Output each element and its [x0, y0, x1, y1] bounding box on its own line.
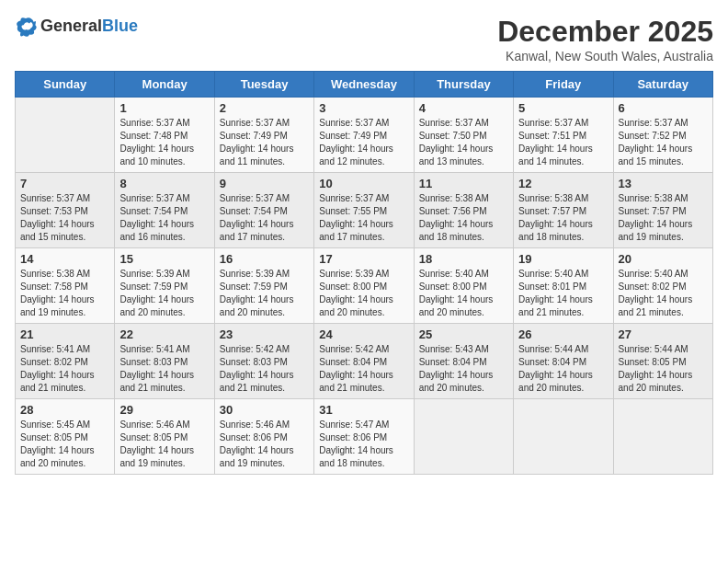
day-info: Sunrise: 5:44 AMSunset: 8:05 PMDaylight:…: [619, 343, 708, 395]
calendar-cell: 24Sunrise: 5:42 AMSunset: 8:04 PMDayligh…: [314, 324, 414, 399]
calendar-cell: 12Sunrise: 5:38 AMSunset: 7:57 PMDayligh…: [514, 173, 613, 248]
day-info: Sunrise: 5:37 AMSunset: 7:49 PMDaylight:…: [220, 117, 309, 168]
day-number: 9: [220, 177, 309, 190]
day-number: 29: [119, 403, 209, 417]
calendar-cell: [16, 98, 115, 173]
day-info: Sunrise: 5:46 AMSunset: 8:05 PMDaylight:…: [119, 419, 209, 470]
day-number: 16: [220, 252, 309, 266]
day-number: 13: [619, 177, 708, 190]
day-info: Sunrise: 5:43 AMSunset: 8:04 PMDaylight:…: [419, 343, 508, 395]
week-row-3: 14Sunrise: 5:38 AMSunset: 7:58 PMDayligh…: [16, 248, 713, 324]
day-info: Sunrise: 5:41 AMSunset: 8:03 PMDaylight:…: [119, 343, 209, 395]
header-thursday: Thursday: [414, 72, 513, 98]
day-info: Sunrise: 5:37 AMSunset: 7:48 PMDaylight:…: [119, 117, 209, 168]
calendar-cell: 8Sunrise: 5:37 AMSunset: 7:54 PMDaylight…: [115, 173, 214, 248]
day-number: 24: [319, 327, 408, 341]
calendar-cell: [414, 399, 513, 475]
day-info: Sunrise: 5:41 AMSunset: 8:02 PMDaylight:…: [20, 343, 109, 395]
calendar-cell: 18Sunrise: 5:40 AMSunset: 8:00 PMDayligh…: [414, 248, 513, 324]
logo: GeneralBlue: [15, 15, 138, 37]
day-number: 12: [518, 177, 608, 190]
week-row-4: 21Sunrise: 5:41 AMSunset: 8:02 PMDayligh…: [16, 324, 713, 399]
day-number: 18: [419, 252, 508, 266]
week-row-1: 1Sunrise: 5:37 AMSunset: 7:48 PMDaylight…: [16, 98, 713, 173]
logo-general: General: [40, 17, 102, 35]
header-saturday: Saturday: [613, 72, 712, 98]
calendar-cell: 22Sunrise: 5:41 AMSunset: 8:03 PMDayligh…: [115, 324, 214, 399]
day-info: Sunrise: 5:37 AMSunset: 7:55 PMDaylight:…: [319, 192, 408, 244]
day-number: 6: [619, 101, 708, 115]
calendar-cell: 25Sunrise: 5:43 AMSunset: 8:04 PMDayligh…: [414, 324, 513, 399]
day-info: Sunrise: 5:37 AMSunset: 7:54 PMDaylight:…: [119, 192, 209, 244]
title-block: December 2025 Kanwal, New South Wales, A…: [497, 15, 713, 63]
day-info: Sunrise: 5:46 AMSunset: 8:06 PMDaylight:…: [220, 419, 309, 470]
day-info: Sunrise: 5:38 AMSunset: 7:57 PMDaylight:…: [518, 192, 608, 244]
logo-icon: [15, 15, 37, 37]
calendar-body: 1Sunrise: 5:37 AMSunset: 7:48 PMDaylight…: [16, 98, 713, 475]
header-sunday: Sunday: [16, 72, 115, 98]
calendar-cell: 13Sunrise: 5:38 AMSunset: 7:57 PMDayligh…: [613, 173, 712, 248]
day-number: 26: [518, 327, 608, 341]
day-info: Sunrise: 5:39 AMSunset: 7:59 PMDaylight:…: [119, 268, 209, 319]
day-number: 4: [419, 101, 508, 115]
day-info: Sunrise: 5:42 AMSunset: 8:04 PMDaylight:…: [319, 343, 408, 395]
day-info: Sunrise: 5:40 AMSunset: 8:01 PMDaylight:…: [518, 268, 608, 319]
day-number: 31: [319, 403, 408, 417]
day-info: Sunrise: 5:47 AMSunset: 8:06 PMDaylight:…: [319, 419, 408, 470]
calendar-cell: 11Sunrise: 5:38 AMSunset: 7:56 PMDayligh…: [414, 173, 513, 248]
calendar-table: SundayMondayTuesdayWednesdayThursdayFrid…: [15, 71, 713, 475]
logo-blue: Blue: [102, 17, 138, 35]
calendar-cell: 10Sunrise: 5:37 AMSunset: 7:55 PMDayligh…: [314, 173, 414, 248]
calendar-cell: 27Sunrise: 5:44 AMSunset: 8:05 PMDayligh…: [613, 324, 712, 399]
header-tuesday: Tuesday: [214, 72, 313, 98]
day-number: 3: [319, 101, 408, 115]
calendar-cell: 30Sunrise: 5:46 AMSunset: 8:06 PMDayligh…: [214, 399, 313, 475]
day-number: 15: [119, 252, 209, 266]
location-title: Kanwal, New South Wales, Australia: [497, 49, 713, 63]
day-info: Sunrise: 5:37 AMSunset: 7:54 PMDaylight:…: [220, 192, 309, 244]
calendar-header: SundayMondayTuesdayWednesdayThursdayFrid…: [16, 72, 713, 98]
logo-text: GeneralBlue: [40, 17, 138, 36]
calendar-cell: 9Sunrise: 5:37 AMSunset: 7:54 PMDaylight…: [214, 173, 313, 248]
day-info: Sunrise: 5:38 AMSunset: 7:58 PMDaylight:…: [20, 268, 109, 319]
day-number: 23: [220, 327, 309, 341]
day-info: Sunrise: 5:40 AMSunset: 8:02 PMDaylight:…: [619, 268, 708, 319]
calendar-cell: 6Sunrise: 5:37 AMSunset: 7:52 PMDaylight…: [613, 98, 712, 173]
calendar-cell: 28Sunrise: 5:45 AMSunset: 8:05 PMDayligh…: [16, 399, 115, 475]
day-number: 17: [319, 252, 408, 266]
calendar-cell: 7Sunrise: 5:37 AMSunset: 7:53 PMDaylight…: [16, 173, 115, 248]
day-info: Sunrise: 5:37 AMSunset: 7:53 PMDaylight:…: [20, 192, 109, 244]
day-number: 28: [20, 403, 109, 417]
day-number: 30: [220, 403, 309, 417]
day-number: 14: [20, 252, 109, 266]
header-wednesday: Wednesday: [314, 72, 414, 98]
day-info: Sunrise: 5:37 AMSunset: 7:52 PMDaylight:…: [619, 117, 708, 168]
day-number: 27: [619, 327, 708, 341]
day-info: Sunrise: 5:44 AMSunset: 8:04 PMDaylight:…: [518, 343, 608, 395]
day-number: 11: [419, 177, 508, 190]
day-number: 7: [20, 177, 109, 190]
calendar-cell: 31Sunrise: 5:47 AMSunset: 8:06 PMDayligh…: [314, 399, 414, 475]
day-info: Sunrise: 5:38 AMSunset: 7:56 PMDaylight:…: [419, 192, 508, 244]
day-number: 20: [619, 252, 708, 266]
header-monday: Monday: [115, 72, 214, 98]
day-info: Sunrise: 5:39 AMSunset: 7:59 PMDaylight:…: [220, 268, 309, 319]
calendar-cell: [613, 399, 712, 475]
calendar-cell: 4Sunrise: 5:37 AMSunset: 7:50 PMDaylight…: [414, 98, 513, 173]
day-info: Sunrise: 5:37 AMSunset: 7:50 PMDaylight:…: [419, 117, 508, 168]
day-number: 25: [419, 327, 508, 341]
week-row-2: 7Sunrise: 5:37 AMSunset: 7:53 PMDaylight…: [16, 173, 713, 248]
calendar-cell: 29Sunrise: 5:46 AMSunset: 8:05 PMDayligh…: [115, 399, 214, 475]
calendar-cell: 5Sunrise: 5:37 AMSunset: 7:51 PMDaylight…: [514, 98, 613, 173]
calendar-cell: 2Sunrise: 5:37 AMSunset: 7:49 PMDaylight…: [214, 98, 313, 173]
calendar-cell: [514, 399, 613, 475]
page-header: GeneralBlue December 2025 Kanwal, New So…: [15, 15, 713, 63]
day-number: 1: [119, 101, 209, 115]
day-number: 10: [319, 177, 408, 190]
day-number: 22: [119, 327, 209, 341]
month-title: December 2025: [497, 15, 713, 49]
calendar-cell: 20Sunrise: 5:40 AMSunset: 8:02 PMDayligh…: [613, 248, 712, 324]
day-info: Sunrise: 5:45 AMSunset: 8:05 PMDaylight:…: [20, 419, 109, 470]
day-number: 19: [518, 252, 608, 266]
calendar-cell: 1Sunrise: 5:37 AMSunset: 7:48 PMDaylight…: [115, 98, 214, 173]
